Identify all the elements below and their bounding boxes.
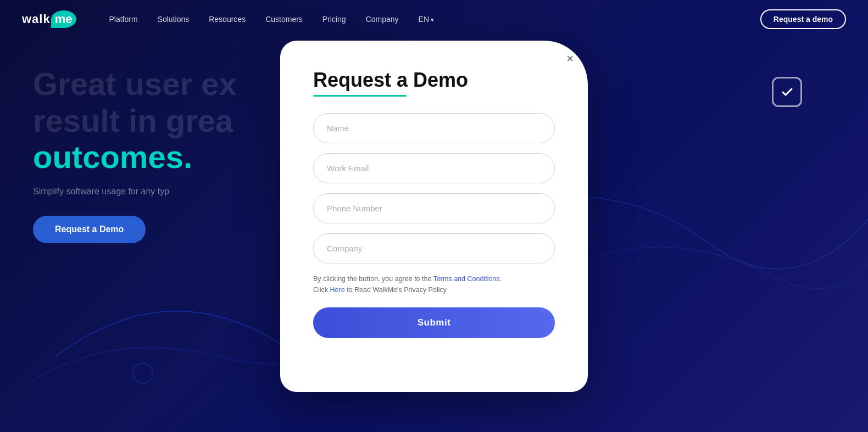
consent-prefix: By clicking the button, you agree to the	[313, 275, 433, 283]
work-email-input[interactable]	[313, 153, 555, 183]
company-field-group	[313, 233, 555, 263]
request-demo-modal: × Request a Demo By clicking the button,…	[280, 41, 588, 392]
name-input[interactable]	[313, 113, 555, 143]
consent-privacy: to Read WalkMe's Privacy Policy	[345, 286, 447, 294]
consent-click: Click	[313, 286, 330, 294]
modal-close-button[interactable]: ×	[566, 53, 574, 65]
consent-text: By clicking the button, you agree to the…	[313, 273, 555, 295]
demo-request-form: By clicking the button, you agree to the…	[313, 113, 555, 338]
company-input[interactable]	[313, 233, 555, 263]
name-field-group	[313, 113, 555, 143]
consent-period: .	[500, 275, 502, 283]
phone-field-group	[313, 193, 555, 223]
modal-title: Request a Demo	[313, 68, 555, 92]
submit-button[interactable]: Submit	[313, 307, 555, 338]
privacy-link[interactable]: Here	[330, 286, 345, 294]
phone-input[interactable]	[313, 193, 555, 223]
modal-backdrop: × Request a Demo By clicking the button,…	[0, 0, 868, 432]
email-field-group	[313, 153, 555, 183]
terms-link[interactable]: Terms and Conditions	[433, 275, 500, 283]
title-underline-decoration	[313, 95, 407, 97]
